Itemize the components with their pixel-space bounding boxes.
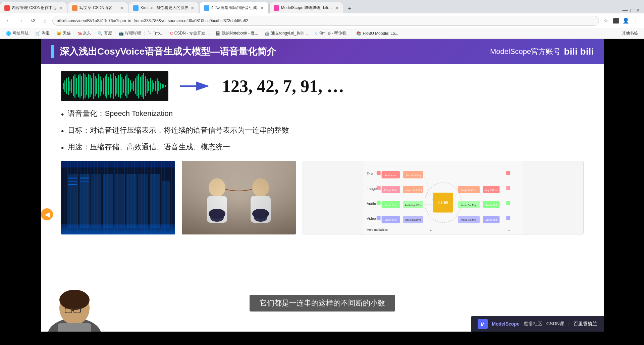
bookmark-tianmao[interactable]: 🐱 天猫 [54,30,73,37]
bookmark-notebook[interactable]: 📓 我的Notebook - 魔... [213,30,260,37]
bullet-dot-2: • [61,125,64,137]
svg-rect-51 [147,79,148,93]
svg-rect-35 [120,74,121,98]
svg-point-87 [209,209,225,219]
address-text: bilibili.com/video/BV1oS411c76o/?spm_id_… [57,18,248,23]
bookmark-nav[interactable]: 🌐 网址导航 [4,30,31,37]
svg-text:Video: Video [367,216,376,220]
svg-rect-12 [81,76,82,96]
maximize-button[interactable]: □ [631,8,633,13]
modelscope-icon: M [478,319,488,329]
svg-rect-59 [160,83,161,89]
svg-text:Video Out Proj: Video Out Proj [461,219,476,221]
svg-rect-30 [111,78,112,94]
refresh-button[interactable]: ↺ [28,16,38,25]
forward-button[interactable]: → [16,16,25,25]
menu-icon[interactable]: ⋮ [632,17,640,25]
svg-rect-3 [66,78,67,94]
new-tab-button[interactable]: + [345,4,355,13]
bookmark-tongyi[interactable]: 🤖 通义tongyi.ai_你的... [263,30,310,37]
tab-close-2[interactable]: ✕ [120,5,124,11]
svg-text:Audio Diff: Audio Diff [486,204,497,207]
svg-rect-81 [61,161,175,167]
svg-rect-26 [105,76,106,96]
svg-rect-135 [506,216,510,220]
svg-rect-57 [157,78,158,94]
video-container: 深入浅出CosyVoice语音生成大模型—语音量化简介 ModelScope官方… [0,39,644,332]
kids-talking-image [182,161,296,234]
svg-rect-24 [101,80,102,92]
close-window-button[interactable]: ✕ [636,8,640,13]
tab-close-5[interactable]: ✕ [335,5,339,11]
tab-close-3[interactable]: ✕ [191,5,195,11]
bookmark-baidu[interactable]: 🔍 百度 [96,30,114,37]
ms-partner1-label: CSDN课 [546,321,565,327]
svg-rect-73 [150,174,160,228]
svg-rect-74 [162,181,170,228]
svg-rect-66 [68,174,78,228]
waveform-svg [61,71,168,101]
svg-rect-9 [76,78,77,94]
svg-text:Image: Image [367,187,377,191]
datacenter-image [61,161,175,234]
svg-text:More modalities: More modalities [367,228,388,231]
tab-write-article[interactable]: 写文章-CSDN博客 ✕ [68,2,128,13]
tab-modelscope[interactable]: ModelScope-哔哩哔哩_bilibili ✕ [269,2,343,13]
svg-rect-78 [80,178,89,179]
bookmark-kimi[interactable]: K Kimi.ai - 帮你看... [313,30,352,37]
svg-rect-46 [138,74,139,98]
svg-rect-39 [126,74,127,98]
bullet-dot-1: • [61,109,64,121]
svg-rect-32 [115,76,116,96]
speaker-overlay [41,265,108,332]
bullet-2: • 目标：对语音进行压缩表示，将连续的语音信号表示为一连串的整数 [61,125,584,137]
svg-rect-34 [118,75,119,97]
black-bar-left [0,39,41,332]
diagram-svg: Text Image Audio Video More modalities L… [303,161,583,234]
extensions-icon[interactable]: ⬛ [612,17,620,25]
address-bar[interactable]: bilibili.com/video/BV1oS411c76o/?spm_id_… [52,16,599,26]
bilibili-logo: bili bili [564,46,594,57]
bookmark-taobao[interactable]: 🛒 淘宝 [33,30,52,37]
svg-rect-76 [68,181,77,182]
bookmark-jd[interactable]: 🛍 京东 [75,30,93,37]
bullet-1: • 语音量化：Speech Tokenization [61,108,584,121]
video-content: 深入浅出CosyVoice语音生成大模型—语音量化简介 ModelScope官方… [41,39,604,332]
numbers-display: 123, 42, 7, 91, … [222,76,344,96]
slide-body: 123, 42, 7, 91, … • 语音量化：Speech Tokeniza… [41,64,604,241]
profile-icon[interactable]: 👤 [622,17,630,25]
tab-video-active[interactable]: 4.2从离散编码到语音生成: ✕ [200,2,269,13]
tab-kimi[interactable]: Kimi.ai - 帮你看更大的世界 ✕ [129,2,199,13]
svg-rect-8 [74,74,75,98]
bookmarks-bar: 🌐 网址导航 🛒 淘宝 🐱 天猫 🛍 京东 🔍 百度 📺 哔哩哔哩（゜-゜)つ.… [0,28,644,39]
waveform-box [61,71,168,101]
svg-rect-25 [103,78,104,94]
tab-content-mgmt[interactable]: 内容管理-CSDN创作中心 ✕ [0,2,67,13]
svg-text:LLM: LLM [438,200,448,205]
svg-rect-40 [128,78,129,94]
svg-point-88 [252,178,269,197]
svg-rect-69 [103,174,113,228]
svg-rect-6 [71,79,72,93]
svg-rect-53 [150,78,151,94]
nav-back-arrow[interactable]: ◀ [41,208,53,220]
star-icon[interactable]: ☆ [602,17,610,25]
tab-close-4[interactable]: ✕ [260,5,264,11]
svg-rect-5 [69,81,70,91]
home-button[interactable]: ⌂ [40,16,50,25]
svg-rect-75 [68,178,77,179]
back-button[interactable]: ← [4,16,13,25]
bookmark-csdn[interactable]: C CSDN - 专业开发... [168,30,211,37]
bookmark-bilibili[interactable]: 📺 哔哩哔哩（゜-゜)つ... [117,30,165,37]
bookmark-others[interactable]: 其他书签 [620,30,640,37]
svg-rect-54 [152,80,153,92]
svg-rect-68 [91,174,101,228]
tab-close-1[interactable]: ✕ [59,5,63,11]
bookmark-hkbu[interactable]: 📚 HKBU Moodle: Lo... [354,30,400,37]
minimize-button[interactable]: — [623,7,628,13]
tab-title-3: Kimi.ai - 帮你看更大的世界 [141,5,189,11]
subtitle-bar: 它们都是一连串的这样的不间断的小数 [250,295,395,312]
svg-rect-1 [63,83,64,89]
svg-rect-45 [137,76,138,96]
svg-rect-129 [377,186,381,190]
